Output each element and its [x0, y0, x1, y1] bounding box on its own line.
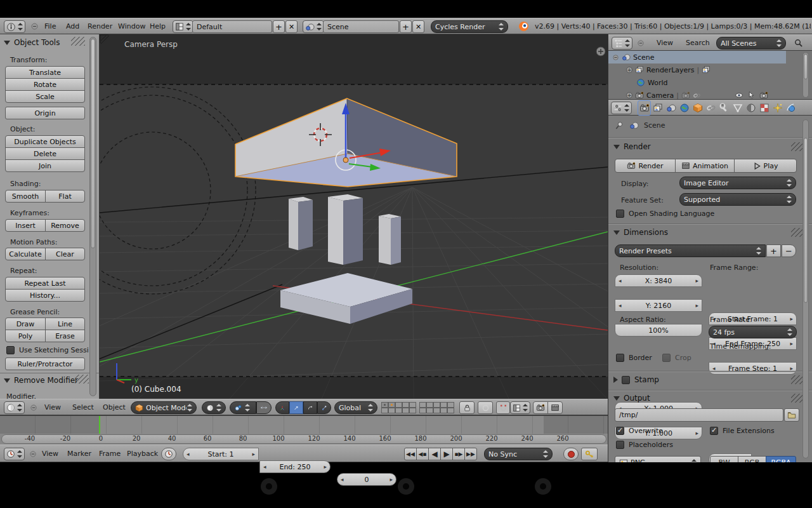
outliner-filter-dropdown[interactable]: All Scenes [716, 37, 786, 50]
pillar-object-3[interactable] [379, 214, 401, 265]
decrement-arrow-icon[interactable]: ◂ [619, 275, 622, 286]
collapse-menus-icon[interactable] [30, 404, 37, 411]
shade-smooth-button[interactable]: Smooth [5, 190, 46, 203]
jump-to-start-button[interactable]: ◀◀ [404, 448, 417, 460]
viewport-3d[interactable]: Camera Persp y (0) Cube.004 [100, 34, 608, 399]
overwrite-checkbox[interactable]: Overwrite [616, 427, 663, 435]
nav-dot-left[interactable] [261, 478, 277, 495]
tab-material[interactable] [744, 100, 757, 116]
decrement-arrow-icon[interactable]: ◂ [263, 461, 266, 472]
menu-search-outliner[interactable]: Search [683, 35, 712, 51]
menu-add[interactable]: Add [63, 18, 82, 35]
remove-preset-button[interactable]: − [782, 244, 796, 257]
object-tools-panel-header[interactable]: Object Tools [4, 38, 60, 47]
tab-object-data[interactable] [731, 100, 744, 116]
menu-frame[interactable]: Frame [96, 446, 123, 462]
gp-poly-button[interactable]: Poly [5, 330, 46, 342]
add-scene-button[interactable]: + [400, 20, 412, 33]
file-extensions-checkbox[interactable]: File Extensions [710, 427, 775, 435]
menu-playback[interactable]: Playback [124, 446, 160, 462]
sketching-session-checkbox[interactable]: Use Sketching Sessi [6, 346, 89, 354]
crop-checkbox[interactable]: Crop [662, 354, 691, 362]
current-frame-field[interactable]: ◂0▸ [337, 473, 396, 486]
tab-scene[interactable] [664, 100, 678, 116]
render-opengl-anim-button[interactable] [547, 401, 563, 414]
scrollbar-thumb[interactable] [91, 39, 95, 248]
render-animation-button[interactable]: Animation [675, 159, 735, 173]
osl-checkbox[interactable]: Open Shading Language [616, 210, 714, 218]
expand-plus-icon[interactable]: + [626, 67, 632, 73]
pillar-object-2[interactable] [328, 194, 363, 265]
rotate-button[interactable]: Rotate [5, 78, 85, 91]
increment-arrow-icon[interactable]: ▸ [324, 461, 327, 472]
pillar-object-1[interactable] [289, 197, 313, 250]
menu-object[interactable]: Object [100, 399, 128, 416]
calculate-paths-button[interactable]: Calculate [5, 248, 46, 260]
collapse-minus-icon[interactable] [612, 54, 619, 61]
next-keyframe-button[interactable]: ▪▶ [452, 448, 465, 460]
menu-marker[interactable]: Marker [65, 446, 94, 462]
timeline-tracks[interactable] [0, 415, 608, 434]
proportional-edit-button[interactable] [478, 401, 493, 414]
outliner-row-scene[interactable]: Scene [608, 51, 786, 64]
increment-arrow-icon[interactable]: ▸ [790, 363, 793, 374]
increment-arrow-icon[interactable]: ▸ [695, 300, 698, 311]
start-frame-field[interactable]: ◂Start: 1▸ [183, 448, 259, 460]
shade-flat-button[interactable]: Flat [45, 190, 85, 203]
gp-draw-button[interactable]: Draw [5, 318, 46, 330]
lock-to-scene-button[interactable] [459, 401, 475, 414]
add-preset-button[interactable]: + [766, 244, 781, 257]
increment-arrow-icon[interactable]: ▸ [790, 338, 793, 349]
delete-button[interactable]: Delete [5, 147, 85, 160]
layers-grid-1[interactable] [381, 402, 416, 413]
scale-button[interactable]: Scale [5, 90, 85, 103]
visibility-eye-icon[interactable] [735, 91, 743, 99]
decrement-arrow-icon[interactable]: ◂ [712, 363, 716, 374]
scrollbar-thumb[interactable] [804, 54, 808, 79]
menu-help[interactable]: Help [147, 18, 168, 35]
gp-line-button[interactable]: Line [45, 318, 85, 330]
tab-render[interactable] [638, 100, 651, 116]
keying-set-button[interactable] [581, 448, 598, 460]
menu-view-timeline[interactable]: View [39, 446, 61, 462]
feature-set-dropdown[interactable]: Supported [679, 193, 796, 206]
play-button[interactable]: ▶ [440, 448, 453, 460]
search-icon[interactable] [794, 38, 803, 48]
decrement-arrow-icon[interactable]: ◂ [187, 448, 190, 460]
scene-browse-button[interactable] [303, 20, 324, 33]
record-button[interactable] [563, 448, 579, 460]
menu-view-outliner[interactable]: View [654, 35, 676, 51]
increment-arrow-icon[interactable]: ▸ [695, 427, 698, 439]
outliner-row-camera[interactable]: + Camera | [608, 89, 812, 99]
menu-view-3d[interactable]: View [42, 399, 63, 416]
tab-texture[interactable] [757, 100, 771, 116]
editor-type-outliner-button[interactable] [612, 37, 632, 50]
outliner-row-world[interactable]: World [608, 76, 812, 89]
collapse-menus-icon[interactable] [29, 450, 37, 458]
renderable-camera-icon[interactable] [759, 91, 768, 99]
nav-dot-right[interactable] [535, 478, 551, 495]
duplicate-objects-button[interactable]: Duplicate Objects [5, 135, 85, 148]
increment-arrow-icon[interactable]: ▸ [390, 474, 393, 485]
resolution-percentage-slider[interactable]: 100% [615, 324, 702, 337]
render-still-button[interactable]: Render [615, 159, 676, 173]
checkbox-icon[interactable] [622, 376, 630, 384]
pivot-point-dropdown[interactable] [230, 401, 256, 414]
render-panel-header[interactable]: Render [613, 142, 651, 151]
editor-type-3dview-button[interactable] [4, 401, 25, 414]
render-engine-dropdown[interactable]: Cycles Render [431, 20, 508, 33]
manipulator-toggle-button[interactable] [256, 401, 272, 414]
layers-grid-2[interactable] [419, 402, 454, 413]
properties-scrollbar[interactable] [802, 119, 809, 458]
browse-folder-button[interactable] [784, 408, 799, 422]
remove-keyframe-button[interactable]: Remove [45, 219, 85, 232]
collapse-menus-icon[interactable] [637, 39, 645, 47]
scrollbar-thumb[interactable] [804, 138, 808, 303]
playback-realtime-toggle[interactable] [161, 448, 176, 460]
insert-keyframe-button[interactable]: Insert [5, 219, 46, 232]
editor-type-timeline-button[interactable] [4, 448, 25, 460]
panel-drag-handle[interactable] [75, 375, 89, 384]
outliner-row-renderlayers[interactable]: + RenderLayers | [608, 64, 812, 76]
transform-orientation-dropdown[interactable]: Global [334, 401, 377, 414]
translate-button[interactable]: Translate [5, 66, 85, 79]
